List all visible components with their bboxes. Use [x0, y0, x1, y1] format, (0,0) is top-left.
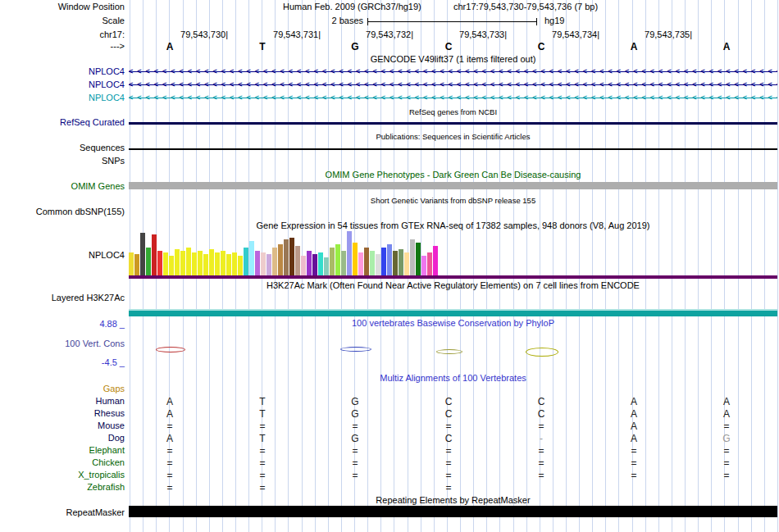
- gtex-bar[interactable]: [278, 244, 283, 275]
- gtex-bar[interactable]: [347, 231, 352, 275]
- gene-transcript-label[interactable]: NPLOC4: [89, 66, 125, 77]
- alignment-cell: =: [617, 457, 650, 469]
- sequences-label[interactable]: Sequences: [80, 143, 125, 153]
- refseq-curated-label[interactable]: RefSeq Curated: [60, 117, 125, 128]
- gtex-bar[interactable]: [410, 239, 415, 275]
- gtex-bar[interactable]: [266, 254, 271, 275]
- alignment-cell: =: [153, 445, 186, 457]
- gtex-bar[interactable]: [163, 252, 168, 275]
- gtex-bar[interactable]: [364, 248, 369, 275]
- gtex-bar[interactable]: [221, 251, 226, 275]
- gtex-gene-label[interactable]: NPLOC4: [89, 250, 125, 261]
- species-label[interactable]: Chicken: [92, 457, 125, 468]
- gtex-bar[interactable]: [175, 249, 180, 275]
- conservation-track-label[interactable]: 100 Vert. Cons: [65, 339, 125, 349]
- gtex-bar[interactable]: [301, 256, 306, 275]
- gtex-bar[interactable]: [249, 241, 254, 275]
- gtex-bar[interactable]: [186, 248, 191, 275]
- h3k27ac-signal-bar[interactable]: [129, 309, 777, 316]
- conservation-mark[interactable]: [340, 347, 371, 352]
- alignment-cell: =: [246, 421, 279, 432]
- gene-transcript-label[interactable]: NPLOC4: [89, 80, 125, 90]
- gtex-bar[interactable]: [169, 256, 174, 275]
- alignment-cell: C: [432, 396, 465, 407]
- gtex-bar[interactable]: [232, 252, 237, 275]
- gtex-bar[interactable]: [289, 238, 294, 275]
- gtex-bar[interactable]: [404, 252, 409, 275]
- sequences-line[interactable]: [129, 148, 777, 150]
- species-label[interactable]: X_tropicalis: [78, 470, 125, 480]
- gtex-bar[interactable]: [353, 243, 358, 275]
- gene-transcript-line[interactable]: <<<<<<<<<<<<<<<<<<<<<<<<<<<<<<<<<<<<<<<<…: [129, 93, 777, 103]
- repeatmasker-bar[interactable]: [129, 506, 777, 517]
- species-label[interactable]: Zebrafish: [87, 482, 125, 493]
- gtex-bar[interactable]: [358, 252, 363, 275]
- gtex-bar[interactable]: [134, 254, 139, 275]
- omim-genes-bar[interactable]: [129, 182, 777, 189]
- gtex-bar[interactable]: [335, 244, 340, 275]
- species-label[interactable]: Human: [96, 396, 125, 407]
- species-label[interactable]: Elephant: [89, 445, 125, 456]
- gtex-bar[interactable]: [318, 252, 323, 275]
- gtex-bar[interactable]: [244, 248, 248, 275]
- gene-transcript-label[interactable]: NPLOC4: [89, 93, 125, 103]
- gtex-bar[interactable]: [307, 251, 312, 275]
- omim-genes-label[interactable]: OMIM Genes: [71, 181, 125, 192]
- gtex-bar[interactable]: [341, 251, 346, 275]
- gtex-bar[interactable]: [427, 252, 432, 275]
- gtex-bar[interactable]: [192, 252, 197, 275]
- conservation-mark[interactable]: [526, 348, 558, 357]
- gtex-bar[interactable]: [393, 251, 398, 275]
- alignment-cell: =: [710, 470, 743, 481]
- gtex-bar[interactable]: [416, 243, 421, 275]
- gtex-bar[interactable]: [381, 248, 386, 275]
- alignment-cell: G: [339, 408, 371, 420]
- gtex-bar[interactable]: [255, 251, 260, 275]
- h3k27ac-label[interactable]: Layered H3K27Ac: [52, 293, 125, 303]
- gtex-bar[interactable]: [261, 252, 266, 275]
- assembly-text: Human Feb. 2009 (GRCh37/hg19): [283, 2, 421, 12]
- conservation-mark[interactable]: [436, 349, 462, 354]
- refseq-curated-line[interactable]: [129, 122, 777, 125]
- dbsnp-track-title: Short Genetic Variants from dbSNP releas…: [129, 195, 777, 206]
- common-dbsnp-label[interactable]: Common dbSNP(155): [36, 207, 125, 217]
- alignment-cell: =: [617, 445, 650, 457]
- gtex-bar[interactable]: [146, 248, 151, 275]
- gtex-bar[interactable]: [312, 254, 317, 275]
- species-label[interactable]: Dog: [108, 433, 125, 443]
- gtex-bar[interactable]: [433, 246, 438, 275]
- alignment-cell: C: [432, 408, 465, 420]
- gtex-bar[interactable]: [152, 234, 157, 275]
- gtex-gene-model-line[interactable]: [129, 275, 777, 279]
- species-label[interactable]: Rhesus: [94, 408, 125, 419]
- gene-transcript-line[interactable]: <<<<<<<<<<<<<<<<<<<<<<<<<<<<<<<<<<<<<<<<…: [129, 66, 777, 77]
- gtex-bar[interactable]: [129, 252, 134, 275]
- gtex-bar[interactable]: [295, 246, 300, 275]
- gene-transcript-line[interactable]: <<<<<<<<<<<<<<<<<<<<<<<<<<<<<<<<<<<<<<<<…: [129, 80, 777, 90]
- gtex-bar[interactable]: [399, 249, 403, 275]
- alignment-cell: C: [525, 396, 558, 407]
- gtex-bar[interactable]: [226, 254, 231, 275]
- repeatmasker-label[interactable]: RepeatMasker: [66, 507, 125, 518]
- gtex-bar[interactable]: [238, 256, 243, 275]
- gtex-bar[interactable]: [203, 254, 208, 275]
- gtex-bar[interactable]: [421, 256, 426, 275]
- gtex-bar[interactable]: [198, 251, 203, 275]
- species-label[interactable]: Mouse: [98, 421, 125, 431]
- gtex-bar[interactable]: [284, 239, 289, 275]
- gtex-bar[interactable]: [180, 251, 185, 275]
- gtex-bar[interactable]: [209, 249, 214, 275]
- alignment-cell: =: [525, 457, 558, 469]
- gtex-bar[interactable]: [215, 252, 220, 275]
- gtex-bar[interactable]: [330, 248, 335, 275]
- conservation-mark[interactable]: [156, 347, 185, 352]
- gtex-bar[interactable]: [387, 244, 392, 275]
- gtex-bar[interactable]: [272, 248, 277, 275]
- gtex-bar[interactable]: [370, 251, 375, 275]
- gtex-bar[interactable]: [140, 233, 145, 275]
- gtex-bar[interactable]: [376, 254, 380, 275]
- snps-label[interactable]: SNPs: [102, 156, 125, 166]
- gtex-bar[interactable]: [324, 257, 329, 275]
- gtex-bar[interactable]: [157, 251, 162, 275]
- alignment-cell: =: [153, 457, 186, 469]
